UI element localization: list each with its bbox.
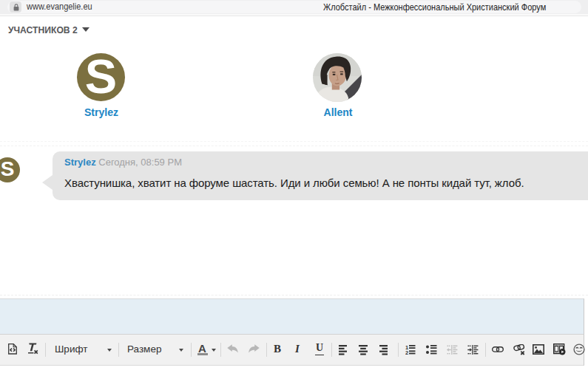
svg-text:2: 2	[405, 349, 408, 355]
